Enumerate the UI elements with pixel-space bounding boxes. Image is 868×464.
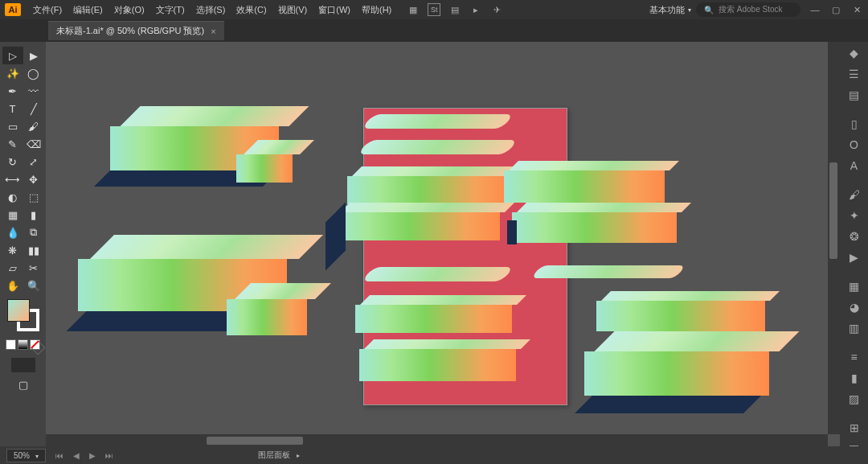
graph-tool[interactable]: ▮▮: [23, 241, 44, 259]
color-mode-button[interactable]: [6, 339, 16, 350]
shaper-tool[interactable]: ✎: [2, 135, 23, 153]
menu-select[interactable]: 选择(S): [190, 4, 231, 16]
minimize-button[interactable]: —: [809, 3, 821, 16]
pen-tool[interactable]: ✒: [2, 82, 23, 100]
tab-close-button[interactable]: ×: [211, 27, 215, 36]
document-tabbar: 未标题-1.ai* @ 50% (RGB/GPU 预览) ×: [0, 19, 868, 42]
rectangle-tool[interactable]: ▭: [2, 117, 23, 135]
free-transform-tool[interactable]: ✥: [23, 170, 44, 188]
rotate-tool[interactable]: ↻: [2, 153, 23, 170]
lasso-tool[interactable]: ◯: [23, 64, 44, 82]
first-artboard-button[interactable]: ⏮: [52, 451, 67, 460]
menu-file[interactable]: 文件(F): [27, 4, 68, 16]
stock-icon[interactable]: St: [428, 3, 440, 16]
fill-mode-buttons: [6, 339, 40, 350]
properties-panel-icon[interactable]: ◆: [845, 47, 864, 60]
next-artboard-button[interactable]: ▶: [86, 451, 99, 460]
statusbar: 50% ▾ ⏮ ◀ ▶ ⏭ 图层面板 ▸: [0, 446, 868, 464]
vertical-scrollbar[interactable]: [828, 42, 840, 434]
line-tool[interactable]: ╱: [23, 100, 44, 117]
search-icon: 🔍: [704, 6, 714, 14]
last-artboard-button[interactable]: ⏭: [102, 451, 117, 460]
zoom-selector[interactable]: 50% ▾: [6, 449, 46, 462]
menu-window[interactable]: 窗口(W): [313, 4, 356, 16]
chevron-down-icon: ▾: [35, 453, 39, 460]
status-layer-label: 图层面板: [258, 450, 290, 461]
paintbrush-tool[interactable]: 🖌: [23, 117, 44, 135]
graphic-styles-icon[interactable]: ❂: [845, 230, 864, 243]
gradient-mode-button[interactable]: [18, 339, 28, 350]
gradient-tool[interactable]: ▮: [23, 206, 44, 224]
right-panel-dock: ◆ ☰ ▤ ▯ O A 🖌 ✦ ❂ ▶ ▦ ◕ ▥ ≡ ▮ ▨ ⊞ ◫ ⬚: [840, 42, 868, 446]
bridge-icon[interactable]: ▦: [407, 3, 420, 16]
eraser-tool[interactable]: ⌫: [23, 135, 44, 153]
menu-help[interactable]: 帮助(H): [356, 4, 397, 16]
shape-builder-tool[interactable]: ◐: [2, 188, 23, 206]
symbol-spray-tool[interactable]: ❋: [2, 241, 23, 259]
align-panel-icon[interactable]: ⊞: [845, 421, 864, 434]
direct-selection-tool[interactable]: ▶: [23, 47, 44, 64]
slice-tool[interactable]: ✂: [23, 259, 44, 277]
workspace-label: 基本功能: [649, 4, 685, 16]
width-tool[interactable]: ⟷: [2, 170, 23, 188]
opentype-icon[interactable]: O: [845, 138, 864, 151]
chevron-right-icon: ▸: [297, 452, 300, 459]
menu-text[interactable]: 文字(T): [150, 4, 190, 16]
screen-mode-button[interactable]: ▢: [13, 376, 34, 393]
menu-object[interactable]: 对象(O): [108, 4, 150, 16]
color-guide-icon[interactable]: ◕: [845, 301, 864, 314]
zoom-value: 50%: [14, 451, 30, 460]
none-mode-button[interactable]: [30, 339, 40, 350]
selection-tool[interactable]: ▷: [2, 47, 23, 64]
prev-artboard-button[interactable]: ◀: [70, 451, 83, 460]
type-tool[interactable]: T: [2, 100, 23, 117]
toolbox: ▷▶ ✨◯ ✒〰 T╱ ▭🖌 ✎⌫ ↻⤢ ⟷✥ ◐⬚ ▦▮ 💧⧉ ❋▮▮ ▱✂ …: [0, 42, 46, 446]
fill-stroke-swatches[interactable]: [7, 299, 39, 331]
share-icon[interactable]: ✈: [490, 3, 503, 16]
menu-view[interactable]: 视图(V): [272, 4, 313, 16]
color-panel-icon[interactable]: ▯: [845, 117, 864, 130]
horizontal-scrollbar[interactable]: [46, 434, 828, 446]
document-tab[interactable]: 未标题-1.ai* @ 50% (RGB/GPU 预览) ×: [48, 21, 224, 40]
gpu-icon[interactable]: ▸: [469, 3, 482, 16]
hand-tool[interactable]: ✋: [2, 277, 23, 294]
color-themes-icon[interactable]: ▥: [845, 322, 864, 335]
mesh-tool[interactable]: ▦: [2, 206, 23, 224]
workspace-selector[interactable]: 基本功能 ▾: [645, 4, 696, 16]
layers-panel-icon[interactable]: ☰: [845, 68, 864, 80]
transparency-icon[interactable]: ▨: [845, 392, 864, 405]
arrange-icon[interactable]: ▤: [448, 3, 461, 16]
canvas[interactable]: [46, 42, 840, 446]
navigator-icon[interactable]: ▶: [845, 251, 864, 264]
vertical-scrollbar-thumb[interactable]: [829, 162, 837, 259]
horizontal-scrollbar-thumb[interactable]: [207, 437, 303, 445]
menu-edit[interactable]: 编辑(E): [68, 4, 108, 16]
gradient-panel-icon[interactable]: ▮: [845, 372, 864, 384]
chevron-down-icon: ▾: [688, 6, 691, 14]
stroke-panel-icon[interactable]: ≡: [845, 351, 864, 363]
app-logo: Ai: [5, 3, 21, 16]
swatches-panel-icon[interactable]: ▦: [845, 280, 864, 293]
draw-mode-buttons[interactable]: [11, 358, 35, 372]
maximize-button[interactable]: ▢: [829, 3, 842, 16]
brushes-panel-icon[interactable]: 🖌: [845, 188, 864, 201]
close-button[interactable]: ✕: [850, 3, 863, 16]
artboard-tool[interactable]: ▱: [2, 259, 23, 277]
character-panel-icon[interactable]: A: [845, 159, 864, 172]
magic-wand-tool[interactable]: ✨: [2, 64, 23, 82]
symbols-panel-icon[interactable]: ✦: [845, 209, 864, 222]
zoom-tool[interactable]: 🔍: [23, 277, 44, 294]
perspective-tool[interactable]: ⬚: [23, 188, 44, 206]
scale-tool[interactable]: ⤢: [23, 153, 44, 170]
fill-swatch[interactable]: [7, 299, 30, 322]
workspace: ▷▶ ✨◯ ✒〰 T╱ ▭🖌 ✎⌫ ↻⤢ ⟷✥ ◐⬚ ▦▮ 💧⧉ ❋▮▮ ▱✂ …: [0, 42, 868, 446]
blend-tool[interactable]: ⧉: [23, 224, 44, 241]
menubar: Ai 文件(F) 编辑(E) 对象(O) 文字(T) 选择(S) 效果(C) 视…: [0, 0, 868, 19]
search-input[interactable]: 🔍 搜索 Adobe Stock: [696, 2, 800, 17]
search-placeholder: 搜索 Adobe Stock: [719, 4, 782, 15]
eyedropper-tool[interactable]: 💧: [2, 224, 23, 241]
menu-effect[interactable]: 效果(C): [231, 4, 272, 16]
curvature-tool[interactable]: 〰: [23, 82, 44, 100]
artboard-nav: ⏮ ◀ ▶ ⏭: [52, 451, 117, 460]
libraries-panel-icon[interactable]: ▤: [845, 88, 864, 101]
